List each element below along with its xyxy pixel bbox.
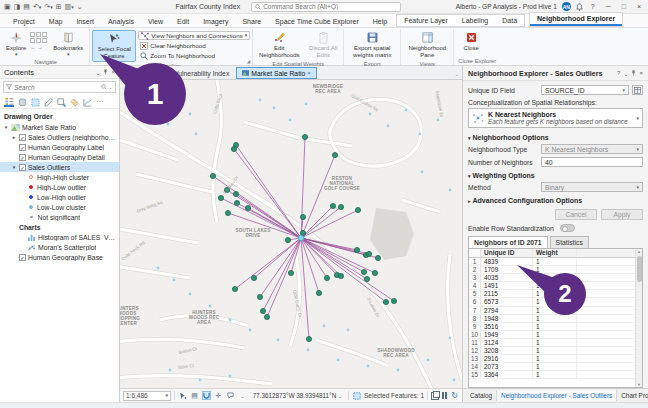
map-scale-combo[interactable]: 1:6,486 ▾ bbox=[123, 391, 171, 401]
chevron-down-icon[interactable]: ⌄ bbox=[109, 84, 113, 90]
layout-icon[interactable]: ▥▾ bbox=[65, 3, 74, 11]
tree-item-low-low-cluster[interactable]: Low-Low cluster bbox=[0, 202, 119, 212]
tree-item-moran-s-scatterplot[interactable]: Moran's Scatterplot bbox=[0, 242, 119, 252]
table-row[interactable]: 727941 bbox=[469, 307, 635, 315]
save-icon[interactable]: ◨ bbox=[14, 3, 21, 11]
layer-checkbox[interactable]: ✓ bbox=[19, 164, 26, 171]
pane-menu-chevron-icon[interactable]: ⌄ bbox=[623, 70, 628, 77]
export-spatial-weights-button[interactable]: Export spatial weights matrix bbox=[346, 30, 398, 60]
scroll-down-icon[interactable]: ▼ bbox=[637, 382, 641, 387]
table-row[interactable]: 1329161 bbox=[469, 355, 635, 363]
layer-checkbox[interactable]: ✓ bbox=[19, 144, 26, 151]
tree-item-low-high-outlier[interactable]: Low-High outlier bbox=[0, 192, 119, 202]
table-row[interactable]: 148391 bbox=[469, 258, 635, 266]
column-unique-id[interactable]: Unique ID bbox=[481, 249, 533, 257]
chevron-down-icon[interactable]: ⌄ bbox=[238, 391, 247, 400]
contents-search-box[interactable]: ⌄ bbox=[3, 81, 116, 93]
table-row[interactable]: 521151 bbox=[469, 290, 635, 298]
view-tab-vulnerability-index[interactable]: Vulnerability Index bbox=[160, 67, 234, 79]
scroll-up-icon[interactable]: ▲ bbox=[637, 249, 641, 254]
bookmarks-button[interactable]: Bookmarks ▾ bbox=[49, 30, 87, 58]
open-project-icon[interactable]: ▤ bbox=[23, 3, 30, 11]
maximize-button[interactable]: □ bbox=[619, 3, 629, 10]
tab-data[interactable]: Data bbox=[495, 15, 524, 26]
row-standardization-toggle[interactable] bbox=[560, 224, 575, 232]
select-focal-feature-button[interactable]: Select Focal Feature bbox=[92, 30, 136, 62]
avatar[interactable]: AN bbox=[562, 2, 571, 11]
table-row[interactable]: 665731 bbox=[469, 298, 635, 306]
tree-item-human-geography-base[interactable]: ✓Human Geography Base bbox=[0, 252, 119, 262]
pane-close-icon[interactable]: × bbox=[639, 70, 643, 76]
expander-icon[interactable]: ▾ bbox=[11, 164, 17, 170]
back-forward-arrows[interactable]: ← → bbox=[30, 44, 47, 50]
table-row[interactable]: 1420731 bbox=[469, 363, 635, 371]
feedback-icon[interactable] bbox=[226, 391, 235, 400]
tab-project[interactable]: Project bbox=[6, 16, 42, 27]
layer-checkbox[interactable]: ✓ bbox=[19, 134, 26, 141]
tab-view[interactable]: View bbox=[141, 16, 170, 27]
conceptualization-combo[interactable]: K Nearest Neighbors Each feature gets K … bbox=[468, 108, 643, 128]
list-by-snapping-icon[interactable] bbox=[56, 97, 66, 107]
table-row[interactable]: 1232081 bbox=[469, 347, 635, 355]
tab-space-time-cube-explorer[interactable]: Space Time Cube Explorer bbox=[268, 16, 366, 27]
pause-drawing-icon[interactable] bbox=[442, 392, 447, 399]
table-row[interactable]: 217091 bbox=[469, 266, 635, 274]
map-canvas[interactable]: NEWBRIDGEREC AREARESTONNATIONALGOLF COUR… bbox=[120, 80, 462, 388]
open-table-icon[interactable] bbox=[431, 392, 439, 400]
zoom-to-neighborhood-button[interactable]: Zoom To Neighborhood bbox=[138, 51, 250, 60]
tab-statistics[interactable]: Statistics bbox=[550, 236, 589, 248]
pin-icon[interactable] bbox=[631, 70, 636, 76]
tab-feature-layer[interactable]: Feature Layer bbox=[397, 15, 455, 26]
tree-item-sales-outliers-neighborhood[interactable]: ▸✓Sales Outliers (neighborhood) bbox=[0, 132, 119, 142]
list-by-selection-icon[interactable] bbox=[30, 97, 40, 107]
neighborhood-pane-button[interactable]: Neighborhood Pane bbox=[403, 30, 451, 60]
view-tab-market-sale-ratio[interactable]: Market Sale Ratio× bbox=[236, 67, 317, 79]
tab-edit[interactable]: Edit bbox=[170, 16, 196, 27]
map-coordinates[interactable]: 77.3612873°W 38.9394811°N ⌄ bbox=[250, 392, 345, 399]
close-explorer-button[interactable]: Close bbox=[456, 30, 486, 53]
tree-item-human-geography-detail[interactable]: ✓Human Geography Detail bbox=[0, 152, 119, 162]
close-tab-icon[interactable]: × bbox=[307, 70, 311, 76]
table-row[interactable]: 1533641 bbox=[469, 371, 635, 379]
tab-list-chevron-icon[interactable]: ⌄ bbox=[455, 71, 459, 77]
close-panel-icon[interactable]: × bbox=[111, 69, 115, 75]
tab-help[interactable]: Help bbox=[366, 16, 394, 27]
tree-item-not-significant[interactable]: Not significant bbox=[0, 212, 119, 222]
tab-imagery[interactable]: Imagery bbox=[196, 16, 235, 27]
tab-neighbors-of-id-2071[interactable]: Neighbors of ID 2071 bbox=[468, 236, 548, 248]
minimize-button[interactable]: ─ bbox=[603, 3, 614, 10]
section-weighting-options[interactable]: ▾Weighting Options bbox=[468, 172, 643, 179]
pane-help-icon[interactable]: ? bbox=[617, 70, 620, 76]
table-scrollbar[interactable]: ▲ ▼ bbox=[635, 249, 642, 387]
tab-map[interactable]: Map bbox=[42, 16, 70, 27]
notifications-bell-icon[interactable] bbox=[576, 3, 583, 11]
signed-in-user[interactable]: Alberto - GP Analysis - Prod Hive 1 bbox=[456, 3, 557, 10]
bottom-tab-neighborhood-explorer-sales-outliers[interactable]: Neighborhood Explorer - Sales Outliers bbox=[497, 390, 617, 401]
apply-button[interactable]: Apply bbox=[601, 209, 643, 220]
contents-search-input[interactable] bbox=[14, 84, 99, 91]
list-by-editing-icon[interactable] bbox=[43, 97, 53, 107]
table-row[interactable]: 1131241 bbox=[469, 339, 635, 347]
list-by-charts-icon[interactable] bbox=[82, 97, 92, 107]
list-by-labeling-icon[interactable] bbox=[69, 97, 79, 107]
tree-item-histogram-of-sales-value[interactable]: Histogram of SALES_VALUE bbox=[0, 232, 119, 242]
command-search[interactable] bbox=[251, 2, 401, 12]
help-icon[interactable]: ? bbox=[588, 3, 598, 10]
table-row[interactable]: 935161 bbox=[469, 323, 635, 331]
table-row[interactable]: 414911 bbox=[469, 282, 635, 290]
refresh-icon[interactable]: ↻ bbox=[450, 391, 459, 400]
snapping-toggle-icon[interactable] bbox=[202, 391, 211, 400]
nav-mini-controls[interactable]: ← → bbox=[30, 30, 47, 50]
more-options-icon[interactable]: ⋯ bbox=[95, 97, 105, 107]
bottom-tab-catalog[interactable]: Catalog bbox=[466, 390, 497, 401]
tree-item-human-geography-label[interactable]: ✓Human Geography Label bbox=[0, 142, 119, 152]
undo-icon[interactable]: ↶▾ bbox=[33, 3, 41, 11]
crosshair-icon[interactable]: ✛ bbox=[214, 391, 223, 400]
edit-neighborhoods-button[interactable]: Edit Neighborhoods bbox=[255, 30, 303, 60]
list-by-data-source-icon[interactable] bbox=[17, 97, 27, 107]
explore-button[interactable]: Explore ▾ bbox=[4, 30, 28, 58]
redo-icon[interactable]: ↷▾ bbox=[44, 3, 52, 11]
tree-item-market-sale-ratio[interactable]: ▾Market Sale Ratio bbox=[0, 122, 119, 132]
close-window-button[interactable]: × bbox=[634, 3, 644, 10]
bottom-tab-chart-properties[interactable]: Chart Properties bbox=[617, 390, 648, 401]
